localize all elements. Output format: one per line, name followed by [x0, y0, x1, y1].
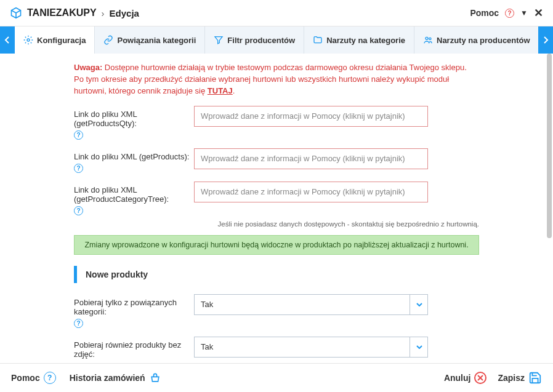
- tab-label: Narzuty na kategorie: [326, 36, 405, 45]
- help-icon[interactable]: ?: [74, 164, 83, 173]
- warning-text: Uwaga: Dostępne hurtownie działają w try…: [74, 62, 474, 97]
- tab-narzuty-kategorie[interactable]: Narzuty na kategorie: [304, 26, 414, 54]
- select2-label: Pobieraj również produkty bez zdjęć:: [12, 337, 194, 359]
- xml1-input[interactable]: [194, 106, 428, 127]
- cube-icon: [10, 7, 22, 19]
- gear-icon: [23, 35, 33, 45]
- tabs-bar: Konfiguracja Powiązania kategorii Filtr …: [0, 26, 553, 54]
- info-banner: Zmiany wprowadzone w konfiguracji hurtow…: [74, 235, 479, 255]
- menu-caret-icon[interactable]: ▼: [520, 9, 528, 17]
- basket-icon: [149, 372, 161, 384]
- xml2-label: Link do pliku XML (getProducts): ?: [12, 148, 194, 173]
- section-header: Nowe produkty: [74, 266, 541, 283]
- select1-label: Pobieraj tylko z powiązanych kategorii: …: [12, 294, 194, 328]
- warning-prefix: Uwaga:: [74, 63, 102, 72]
- select1[interactable]: Tak: [194, 294, 428, 315]
- access-note: Jeśli nie posiadasz danych dostępowych -…: [12, 220, 479, 228]
- window-header: TANIEZAKUPY › Edycja Pomoc ? ▼ ✕: [0, 0, 553, 26]
- help-icon[interactable]: ?: [505, 9, 514, 18]
- tab-label: Narzuty na producentów: [437, 36, 530, 45]
- close-icon[interactable]: ✕: [534, 6, 543, 20]
- help-icon[interactable]: ?: [74, 130, 83, 140]
- warning-body: Dostępne hurtownie działają w trybie tes…: [74, 63, 467, 95]
- cancel-button[interactable]: Anuluj: [444, 372, 487, 384]
- content-area: Uwaga: Dostępne hurtownie działają w try…: [0, 54, 553, 363]
- xml2-input[interactable]: [194, 148, 428, 169]
- tab-label: Filtr producentów: [227, 36, 295, 45]
- header-help-link[interactable]: Pomoc: [470, 8, 499, 18]
- footer-help[interactable]: Pomoc ?: [11, 372, 56, 384]
- tab-label: Powiązania kategorii: [117, 36, 196, 45]
- warning-link[interactable]: TUTAJ: [208, 86, 233, 95]
- footer: Pomoc ? Historia zamówień Anuluj Zapisz: [0, 363, 553, 392]
- section-title: Nowe produkty: [86, 270, 148, 279]
- tabs-scroll-left[interactable]: [0, 26, 15, 54]
- help-icon: ?: [44, 372, 56, 384]
- people-icon: [423, 35, 433, 45]
- scrollbar[interactable]: [547, 54, 552, 363]
- tab-konfiguracja[interactable]: Konfiguracja: [15, 26, 95, 54]
- app-title: TANIEZAKUPY: [27, 7, 97, 18]
- xml3-input[interactable]: [194, 182, 428, 202]
- select2[interactable]: Tak: [194, 337, 428, 358]
- link-icon: [103, 35, 113, 45]
- save-icon: [528, 371, 542, 385]
- cancel-icon: [474, 372, 486, 384]
- footer-history[interactable]: Historia zamówień: [70, 372, 161, 384]
- xml3-label: Link do pliku XML (getProductCategoryTre…: [12, 182, 194, 215]
- xml1-label: Link do pliku XML (getProductsQty): ?: [12, 106, 194, 140]
- section-accent-bar: [74, 266, 77, 283]
- svg-point-1: [426, 37, 428, 39]
- folder-icon: [313, 35, 323, 45]
- help-icon[interactable]: ?: [74, 319, 83, 328]
- tab-narzuty-producenci[interactable]: Narzuty na producentów: [414, 26, 538, 54]
- tab-powiazania[interactable]: Powiązania kategorii: [95, 26, 205, 54]
- tabs-scroll-right[interactable]: [538, 26, 553, 54]
- filter-icon: [214, 35, 224, 45]
- breadcrumb-separator: ›: [102, 8, 105, 18]
- tab-filtr[interactable]: Filtr producentów: [205, 26, 304, 54]
- save-button[interactable]: Zapisz: [498, 371, 542, 385]
- tab-label: Konfiguracja: [37, 36, 86, 45]
- help-icon[interactable]: ?: [74, 206, 83, 215]
- svg-point-0: [27, 39, 30, 41]
- page-subtitle: Edycja: [110, 8, 139, 18]
- svg-point-2: [429, 38, 431, 39]
